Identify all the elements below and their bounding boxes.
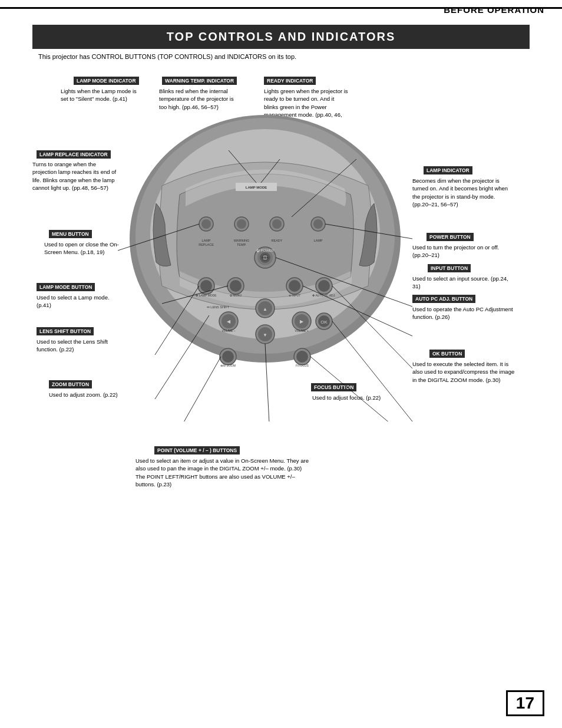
page-title: TOP CONTROLS AND INDICATORS: [167, 30, 395, 43]
svg-text:✿ MENU: ✿ MENU: [230, 294, 242, 297]
svg-point-10: [237, 219, 246, 229]
svg-text:WARNING: WARNING: [234, 239, 249, 242]
lamp-replace-indicator-desc: Turns to orange when the projection lamp…: [32, 160, 121, 192]
ok-button-label-box: OK BUTTON: [429, 350, 465, 358]
svg-point-34: [289, 280, 300, 292]
svg-point-61: [296, 351, 308, 363]
svg-text:▶: ▶: [300, 319, 304, 324]
lamp-replace-indicator-label-box: LAMP REPLACE INDICATOR: [37, 150, 111, 159]
svg-point-26: [267, 257, 269, 259]
svg-line-75: [310, 357, 415, 421]
ok-button-desc: Used to execute the selected item. It is…: [412, 360, 518, 384]
power-button-desc: Used to turn the projector on or off. (p…: [412, 243, 515, 259]
svg-point-24: [262, 257, 264, 259]
zoom-button-desc: Used to adjust zoom. (p.22): [49, 391, 120, 398]
lens-shift-button-desc: Used to select the Lens Shift function. …: [37, 338, 119, 354]
page-title-box: TOP CONTROLS AND INDICATORS: [32, 25, 530, 49]
svg-text:⊕ INPUT: ⊕ INPUT: [289, 294, 300, 297]
input-button-desc: Used to select an input source. (pp.24, …: [412, 275, 515, 291]
point-buttons-desc: Used to select an item or adjust a value…: [135, 457, 312, 488]
svg-text:TEMP.: TEMP.: [237, 243, 247, 246]
lens-shift-button-label-box: LENS SHIFT BUTTON: [37, 327, 94, 335]
svg-line-74: [167, 357, 221, 421]
svg-text:OK: OK: [320, 319, 328, 325]
svg-text:✤ AUTO PC ADJ.: ✤ AUTO PC ADJ.: [312, 294, 335, 297]
svg-point-6: [201, 219, 211, 229]
svg-text:⏻ POWER: ⏻ POWER: [256, 249, 275, 252]
svg-point-31: [230, 280, 242, 292]
svg-point-14: [272, 219, 282, 229]
lamp-indicator-label-box: LAMP INDICATOR: [424, 166, 472, 174]
lamp-mode-button-label-box: LAMP MODE BUTTON: [37, 283, 95, 291]
svg-text:◀: ◀: [227, 319, 231, 324]
page-number: 17: [506, 690, 544, 716]
auto-pc-adj-button-label-box: AUTO PC ADJ. BUTTON: [412, 295, 475, 303]
subtitle: This projector has CONTROL BUTTONS (TOP …: [38, 53, 296, 60]
lamp-mode-button-desc: Used to select a Lamp mode. (p.41): [37, 294, 119, 309]
svg-point-28: [200, 280, 212, 292]
point-buttons-label-box: POINT (VOLUME + / – ) BUTTONS: [154, 446, 240, 454]
auto-pc-adj-button-desc: Used to operate the Auto PC Adjustment f…: [412, 305, 515, 321]
projector-diagram: LAMP MODE LAMP REPLACE WARNING TEMP. REA…: [115, 68, 415, 421]
svg-text:▲: ▲: [263, 307, 267, 312]
svg-line-76: [332, 321, 412, 421]
svg-text:VOL/ME +: VOL/ME +: [295, 329, 308, 332]
zoom-button-label-box: ZOOM BUTTON: [49, 380, 92, 388]
svg-text:F/FOCUS: F/FOCUS: [296, 364, 309, 367]
svg-text:✤ LAMP MODE: ✤ LAMP MODE: [196, 294, 217, 297]
svg-point-37: [318, 280, 330, 292]
svg-text:⇔ LENS SHIFT: ⇔ LENS SHIFT: [207, 305, 230, 309]
svg-point-58: [222, 351, 234, 363]
svg-text:LAMP: LAMP: [314, 239, 323, 242]
svg-point-17: [313, 219, 323, 229]
svg-text:READY: READY: [272, 239, 283, 242]
svg-text:LAMP MODE: LAMP MODE: [246, 186, 267, 189]
svg-text:▼: ▼: [263, 332, 267, 338]
menu-button-desc: Used to open or close the On-Screen Menu…: [44, 241, 127, 256]
input-button-label-box: INPUT BUTTON: [428, 264, 471, 272]
svg-text:VOL/ME –: VOL/ME –: [222, 329, 235, 332]
svg-text:LAMP: LAMP: [202, 239, 211, 242]
menu-button-label-box: MENU BUTTON: [49, 230, 92, 238]
power-button-label-box: POWER BUTTON: [427, 233, 474, 241]
svg-text:REPLACE: REPLACE: [199, 243, 214, 246]
lamp-indicator-desc: Becomes dim when the projector is turned…: [412, 177, 515, 208]
page-header: BEFORE OPERATION: [444, 5, 544, 15]
svg-point-25: [265, 257, 266, 259]
svg-text:⊕/⊖ ZOOM: ⊕/⊖ ZOOM: [220, 364, 236, 367]
